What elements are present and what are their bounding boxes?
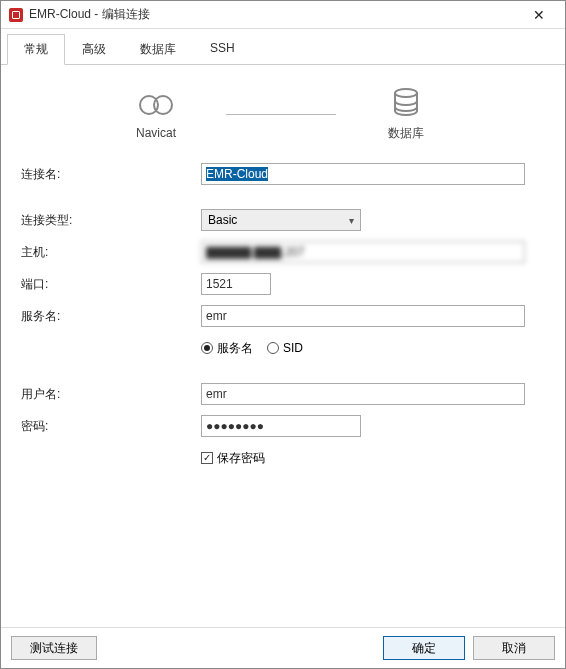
- app-icon: [9, 8, 23, 22]
- conn-type-label: 连接类型:: [21, 212, 201, 229]
- tab-bar: 常规 高级 数据库 SSH: [1, 29, 565, 65]
- radio-service-name[interactable]: 服务名: [201, 340, 253, 357]
- cancel-button[interactable]: 取消: [473, 636, 555, 660]
- username-label: 用户名:: [21, 386, 201, 403]
- radio-sid[interactable]: SID: [267, 341, 303, 355]
- checkbox-icon: ✓: [201, 452, 213, 464]
- port-label: 端口:: [21, 276, 201, 293]
- database-endpoint: 数据库: [346, 87, 466, 142]
- radio-dot-icon: [201, 342, 213, 354]
- service-label: 服务名:: [21, 308, 201, 325]
- radio-dot-icon: [267, 342, 279, 354]
- close-icon[interactable]: ✕: [521, 7, 557, 23]
- content-area: Navicat 数据库 连接名: 连接类型:: [1, 65, 565, 470]
- form: 连接名: 连接类型: Basic ▾ 主机: 端口:: [21, 162, 541, 470]
- navicat-label: Navicat: [136, 126, 176, 140]
- host-input[interactable]: [201, 241, 525, 263]
- tab-advanced[interactable]: 高级: [65, 34, 123, 65]
- save-password-checkbox[interactable]: ✓ 保存密码: [201, 450, 265, 467]
- save-password-label: 保存密码: [217, 450, 265, 467]
- database-label: 数据库: [388, 125, 424, 142]
- port-input[interactable]: [201, 273, 271, 295]
- service-name-input[interactable]: [201, 305, 525, 327]
- radio-sid-label: SID: [283, 341, 303, 355]
- host-label: 主机:: [21, 244, 201, 261]
- conn-name-label: 连接名:: [21, 166, 201, 183]
- svg-point-2: [395, 89, 417, 97]
- radio-service-label: 服务名: [217, 340, 253, 357]
- username-input[interactable]: [201, 383, 525, 405]
- password-input[interactable]: [201, 415, 361, 437]
- tab-database[interactable]: 数据库: [123, 34, 193, 65]
- ok-button[interactable]: 确定: [383, 636, 465, 660]
- svg-point-1: [154, 96, 172, 114]
- conn-type-value: Basic: [208, 213, 237, 227]
- password-label: 密码:: [21, 418, 201, 435]
- window-title: EMR-Cloud - 编辑连接: [29, 6, 521, 23]
- connection-diagram: Navicat 数据库: [21, 79, 541, 148]
- database-icon: [391, 87, 421, 119]
- tab-general[interactable]: 常规: [7, 34, 65, 65]
- footer: 测试连接 确定 取消: [1, 627, 565, 668]
- titlebar: EMR-Cloud - 编辑连接 ✕: [1, 1, 565, 29]
- tab-ssh[interactable]: SSH: [193, 34, 252, 65]
- navicat-endpoint: Navicat: [96, 90, 216, 140]
- connection-line: [226, 114, 336, 115]
- chevron-down-icon: ▾: [349, 215, 354, 226]
- conn-type-select[interactable]: Basic ▾: [201, 209, 361, 231]
- test-connection-button[interactable]: 测试连接: [11, 636, 97, 660]
- conn-name-input[interactable]: [201, 163, 525, 185]
- navicat-icon: [138, 90, 174, 120]
